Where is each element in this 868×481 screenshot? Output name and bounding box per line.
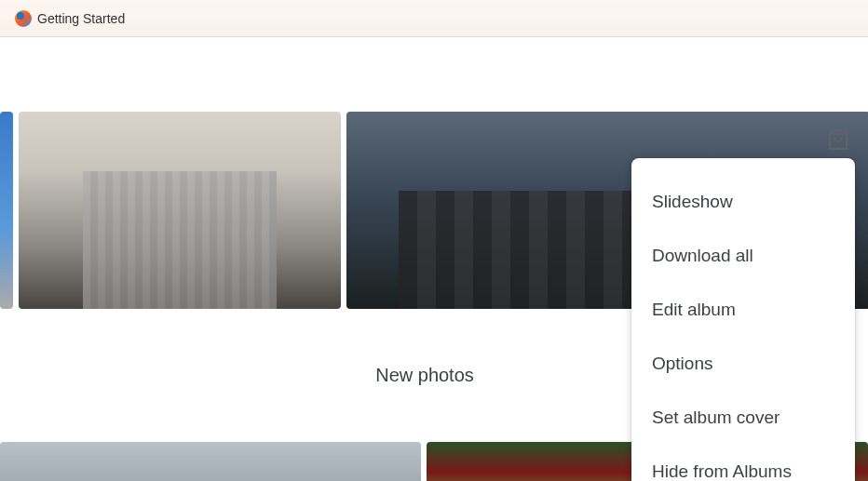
shopping-bag-icon: [827, 128, 849, 151]
bookmark-label: Getting Started: [37, 11, 125, 26]
bookmark-getting-started[interactable]: Getting Started: [7, 7, 132, 31]
photo-thumbnail[interactable]: [0, 442, 421, 481]
photo-thumbnail[interactable]: [19, 112, 341, 309]
menu-item-edit-album[interactable]: Edit album: [631, 283, 855, 337]
photo-thumbnail[interactable]: [0, 112, 13, 309]
menu-item-set-cover[interactable]: Set album cover: [631, 391, 855, 445]
order-prints-button[interactable]: [827, 128, 849, 151]
bookmark-bar: Getting Started: [0, 0, 868, 37]
content-area: New photos Slideshow Download all Edit a…: [0, 112, 868, 481]
firefox-icon: [15, 10, 32, 27]
menu-item-slideshow[interactable]: Slideshow: [631, 175, 855, 229]
menu-item-hide[interactable]: Hide from Albums: [631, 445, 855, 481]
album-toolbar: [827, 128, 849, 151]
menu-item-download-all[interactable]: Download all: [631, 229, 855, 283]
album-options-menu: Slideshow Download all Edit album Option…: [631, 158, 855, 481]
menu-item-options[interactable]: Options: [631, 337, 855, 391]
